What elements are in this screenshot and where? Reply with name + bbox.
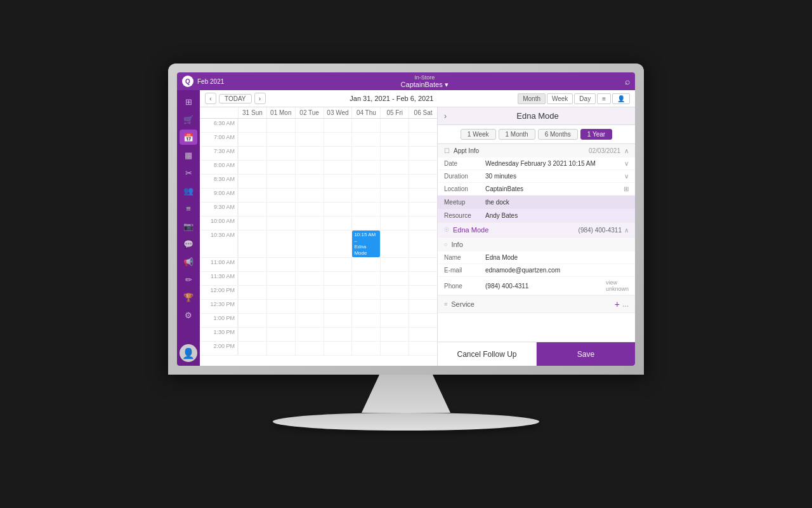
day-header-fri: 05 Fri <box>380 107 409 118</box>
view-month-btn[interactable]: Month <box>518 93 546 104</box>
user-avatar[interactable]: 👤 <box>180 344 197 362</box>
cal-cell <box>380 231 409 257</box>
sidebar-item-marketing[interactable]: 📢 <box>180 254 197 269</box>
cal-cell <box>238 175 266 188</box>
cal-cell <box>266 231 295 257</box>
sidebar-item-messages[interactable]: 💬 <box>180 236 197 251</box>
location-icon[interactable]: ⊞ <box>624 185 629 192</box>
cal-cell <box>380 258 409 271</box>
time-row-900: 9:00 AM <box>200 189 437 203</box>
cal-cell <box>380 272 409 285</box>
sidebar-item-dashboard[interactable]: ⊞ <box>180 94 197 109</box>
tab-1month[interactable]: 1 Month <box>499 129 535 140</box>
view-list-btn[interactable]: ≡ <box>597 93 611 104</box>
appt-info-chevron: ∧ <box>624 147 629 154</box>
appt-info-checkbox: ☐ <box>444 147 450 154</box>
cal-cell <box>351 119 380 132</box>
cal-cell <box>238 328 266 341</box>
time-label: 9:00 AM <box>200 189 238 202</box>
cal-cell <box>409 300 437 313</box>
calendar-event[interactable]: 10:15 AM – Edna Mode <box>352 231 380 257</box>
cal-cell <box>380 161 409 174</box>
day-header-sun: 31 Sun <box>238 107 266 118</box>
sidebar-item-awards[interactable]: 🏆 <box>180 290 197 305</box>
cal-cell <box>295 314 324 327</box>
resource-row: Resource Andy Bates <box>438 209 635 222</box>
top-bar: Q Feb 2021 In-Store CaptainBates ▾ ⌕ <box>177 72 635 90</box>
tab-1year[interactable]: 1 Year <box>580 129 612 140</box>
sidebar-item-reports[interactable]: ▦ <box>180 147 197 163</box>
cal-cell <box>351 342 380 355</box>
tab-6months[interactable]: 6 Months <box>538 129 578 140</box>
service-section: ≡ Service + ... <box>438 296 635 313</box>
time-label: 7:30 AM <box>200 147 238 160</box>
sidebar-item-scissors[interactable]: ✂ <box>180 165 197 180</box>
time-row-1130: 11:30 AM <box>200 272 437 286</box>
sidebar-item-camera[interactable]: 📷 <box>180 218 197 234</box>
client-icon: ☉ <box>444 227 449 233</box>
time-label: 12:30 PM <box>200 300 238 313</box>
cal-cell <box>351 314 380 327</box>
sidebar-item-clients[interactable]: 👥 <box>180 183 197 198</box>
view-day-btn[interactable]: Day <box>574 93 596 104</box>
sidebar-item-calendar[interactable]: 📅 <box>180 130 197 145</box>
view-week-btn[interactable]: Week <box>547 93 573 104</box>
save-button[interactable]: Save <box>537 342 635 366</box>
cal-cell <box>238 258 266 271</box>
phone-label: Phone <box>444 283 485 290</box>
cal-cell <box>266 133 295 146</box>
service-add-btn[interactable]: + <box>615 299 620 309</box>
calendar-header: ‹ TODAY › Jan 31, 2021 - Feb 6, 2021 Mon… <box>200 90 635 107</box>
search-icon[interactable]: ⌕ <box>625 76 630 86</box>
cal-cell <box>295 175 324 188</box>
app-logo: Q <box>182 76 193 87</box>
next-month-btn[interactable]: › <box>254 93 266 104</box>
cal-cell <box>409 342 437 355</box>
service-header: ≡ Service + ... <box>438 296 635 312</box>
time-row-1100: 11:00 AM <box>200 258 437 272</box>
event-client: Edna Mode <box>354 244 378 256</box>
event-time: 10:15 AM – <box>354 232 378 244</box>
info-header: ○ Info <box>438 237 635 251</box>
cal-cell <box>238 119 266 132</box>
sidebar-item-list[interactable]: ≡ <box>180 201 197 216</box>
sidebar-item-settings[interactable]: ⚙ <box>180 307 197 323</box>
time-row-730: 7:30 AM <box>200 147 437 161</box>
main-area: ⊞ 🛒 📅 ▦ ✂ 👥 ≡ 📷 💬 📢 ✏ 🏆 ⚙ 👤 <box>177 90 635 366</box>
cal-cell <box>238 272 266 285</box>
cal-cell <box>324 258 352 271</box>
date-chevron[interactable]: ∨ <box>624 160 629 167</box>
cancel-followup-button[interactable]: Cancel Follow Up <box>438 342 537 366</box>
user-name[interactable]: CaptainBates ▾ <box>401 81 449 89</box>
cal-cell <box>238 217 266 230</box>
tab-1week[interactable]: 1 Week <box>461 129 496 140</box>
cal-cell <box>324 300 352 313</box>
service-more-btn[interactable]: ... <box>622 300 629 309</box>
sidebar-item-edit[interactable]: ✏ <box>180 272 197 287</box>
duration-chevron[interactable]: ∨ <box>624 173 629 180</box>
cal-cell <box>324 189 352 202</box>
cal-cell <box>409 328 437 341</box>
cal-cell <box>380 119 409 132</box>
time-row-200: 2:00 PM <box>200 342 437 356</box>
cal-cell <box>295 189 324 202</box>
time-label: 7:00 AM <box>200 133 238 146</box>
time-label: 9:30 AM <box>200 203 238 216</box>
cal-cell <box>238 342 266 355</box>
cal-cell <box>266 217 295 230</box>
cal-cell <box>324 231 352 257</box>
day-header-sat: 06 Sat <box>409 107 437 118</box>
day-header-tue: 02 Tue <box>295 107 324 118</box>
prev-month-btn[interactable]: ‹ <box>205 93 216 104</box>
month-nav[interactable]: Feb 2021 <box>197 78 224 85</box>
view-user-btn[interactable]: 👤 <box>612 93 630 104</box>
time-row-100: 1:00 PM <box>200 314 437 328</box>
today-button[interactable]: TODAY <box>219 94 252 104</box>
cal-cell <box>266 147 295 160</box>
email-value: ednamode@quartzen.com <box>485 267 629 274</box>
cal-cell <box>409 133 437 146</box>
email-row: E-mail ednamode@quartzen.com <box>438 264 635 277</box>
cal-cell <box>295 133 324 146</box>
cal-cell <box>238 161 266 174</box>
sidebar-item-cart[interactable]: 🛒 <box>180 112 197 127</box>
